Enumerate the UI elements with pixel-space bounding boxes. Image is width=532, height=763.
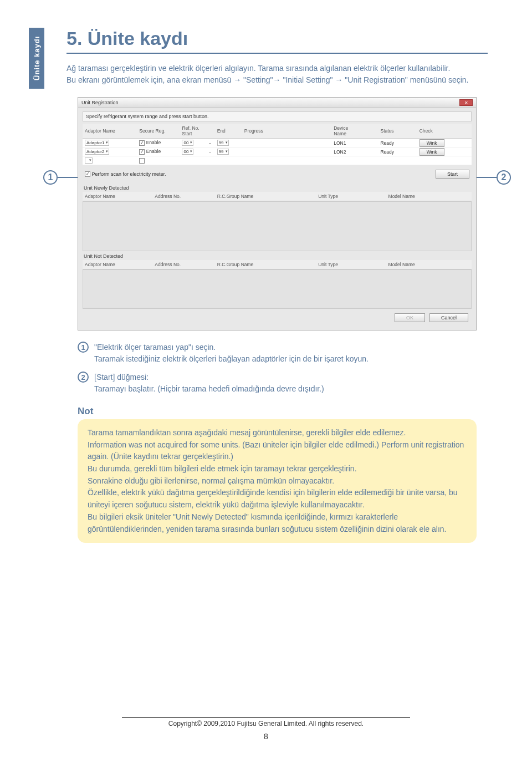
adaptor-select[interactable]: Adaptor2 bbox=[85, 149, 109, 155]
th-adaptor: Adaptor Name bbox=[83, 124, 137, 139]
newly-detected-label: Unit Newly Detected bbox=[83, 183, 472, 192]
ok-button[interactable]: OK bbox=[395, 313, 425, 322]
th-secure: Secure Reg. bbox=[137, 124, 180, 139]
device-cell: LON1 bbox=[331, 139, 378, 147]
th-device: Device Name bbox=[331, 124, 378, 139]
legend-2: 2 [Start] düğmesi: Taramayı başlatır. (H… bbox=[78, 372, 477, 395]
end-select[interactable]: 99 bbox=[217, 149, 229, 155]
th: R.C.Group Name bbox=[215, 192, 316, 201]
close-icon[interactable]: ✕ bbox=[459, 99, 473, 106]
th: Adaptor Name bbox=[83, 192, 152, 201]
th-status: Status bbox=[378, 124, 417, 139]
secure-checkbox[interactable] bbox=[139, 158, 145, 164]
not-detected-label: Unit Not Detected bbox=[83, 251, 472, 260]
th: Address No. bbox=[152, 260, 214, 269]
status-cell: Ready bbox=[378, 147, 417, 156]
secure-checkbox[interactable]: ✓ bbox=[139, 149, 145, 155]
legend-num-1: 1 bbox=[78, 342, 89, 353]
th: Adaptor Name bbox=[83, 260, 152, 269]
start-select[interactable]: 00 bbox=[182, 140, 193, 146]
page-number: 8 bbox=[122, 732, 410, 741]
callout-2: 2 bbox=[497, 170, 511, 185]
dialog-hint: Specify refrigerant system range and pre… bbox=[83, 111, 472, 121]
adaptor-select[interactable] bbox=[85, 157, 93, 164]
device-cell: LON2 bbox=[331, 147, 378, 156]
notdet-list bbox=[83, 269, 472, 308]
legend-text-1: "Elektrik ölçer taraması yap"ı seçin. Ta… bbox=[94, 342, 477, 365]
th-check: Check bbox=[417, 124, 472, 139]
th: Unit Type bbox=[316, 260, 386, 269]
th: Address No. bbox=[152, 192, 214, 201]
adaptor-select[interactable]: Adaptor1 bbox=[85, 140, 109, 146]
unit-registration-dialog: Unit Registration ✕ Specify refrigerant … bbox=[78, 97, 477, 330]
dialog-title: Unit Registration bbox=[81, 100, 119, 105]
callout-1: 1 bbox=[43, 170, 58, 185]
end-select[interactable]: 99 bbox=[217, 140, 229, 146]
scan-label: Perform scan for electricity meter. bbox=[92, 171, 166, 177]
start-select[interactable]: 00 bbox=[182, 149, 193, 155]
scan-checkbox[interactable]: ✓ bbox=[85, 171, 90, 177]
th: Unit Type bbox=[316, 192, 386, 201]
cancel-button[interactable]: Cancel bbox=[429, 313, 468, 322]
note-body: Tarama tamamlandıktan sonra aşağıdaki me… bbox=[78, 419, 477, 543]
th: Model Name bbox=[386, 260, 472, 269]
note-title: Not bbox=[78, 406, 477, 417]
footer: Copyright© 2009,2010 Fujitsu General Lim… bbox=[122, 717, 410, 741]
secure-label: Enable bbox=[146, 140, 161, 145]
secure-checkbox[interactable]: ✓ bbox=[139, 140, 145, 146]
legend-num-2: 2 bbox=[78, 372, 89, 383]
note: Not Tarama tamamlandıktan sonra aşağıdak… bbox=[78, 406, 477, 543]
wink-button[interactable]: Wink bbox=[420, 148, 444, 156]
secure-label: Enable bbox=[146, 149, 161, 154]
wink-button[interactable]: Wink bbox=[420, 139, 444, 147]
legend-text-2: [Start] düğmesi: Taramayı başlatır. (Hiç… bbox=[94, 372, 477, 395]
th: R.C.Group Name bbox=[215, 260, 316, 269]
dialog-wrap: 1 2 Unit Registration ✕ Specify refriger… bbox=[66, 97, 488, 330]
th-dash bbox=[207, 124, 215, 139]
newly-list bbox=[83, 201, 472, 251]
dialog-titlebar: Unit Registration ✕ bbox=[78, 98, 476, 108]
side-tab: Ünite kaydı bbox=[29, 28, 44, 89]
status-cell: Ready bbox=[378, 139, 417, 147]
legend-1: 1 "Elektrik ölçer taraması yap"ı seçin. … bbox=[78, 342, 477, 365]
th: Model Name bbox=[386, 192, 472, 201]
newly-table: Adaptor Name Address No. R.C.Group Name … bbox=[83, 192, 472, 201]
page-title: 5. Ünite kaydı bbox=[66, 28, 488, 54]
copyright: Copyright© 2009,2010 Fujitsu General Lim… bbox=[122, 720, 410, 728]
start-button[interactable]: Start bbox=[436, 170, 469, 179]
adaptor-table: Adaptor Name Secure Reg. Ref. No. Start … bbox=[83, 124, 472, 165]
th-progress: Progress bbox=[242, 124, 331, 139]
table-row: Adaptor1 ✓ Enable 00 - 99 LON1 Ready Win… bbox=[83, 139, 472, 147]
notdet-table: Adaptor Name Address No. R.C.Group Name … bbox=[83, 260, 472, 269]
th-end: End bbox=[215, 124, 242, 139]
table-row: Adaptor2 ✓ Enable 00 - 99 LON2 Ready Win… bbox=[83, 147, 472, 156]
intro-text: Ağ taraması gerçekleştirin ve elektrik ö… bbox=[66, 63, 488, 86]
table-row bbox=[83, 156, 472, 165]
th-start: Ref. No. Start bbox=[180, 124, 207, 139]
